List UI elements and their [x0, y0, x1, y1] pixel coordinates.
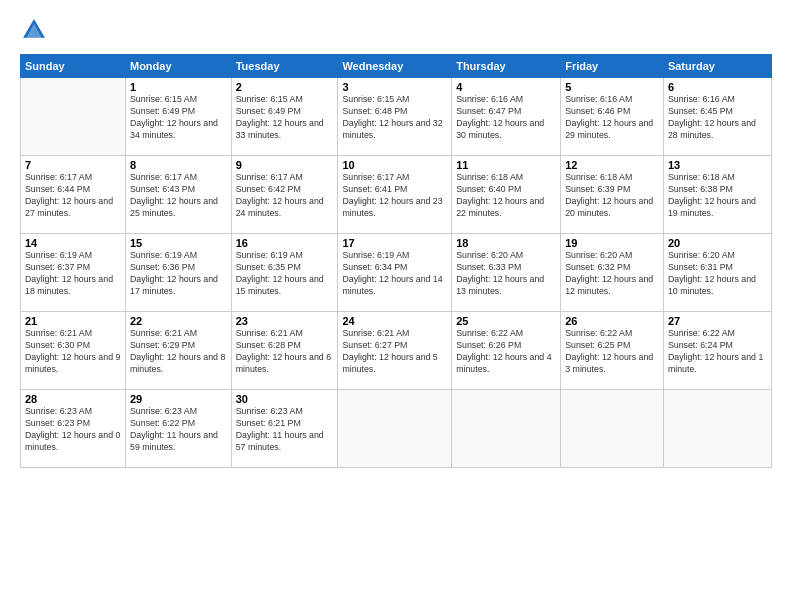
sunset-text: Sunset: 6:37 PM [25, 262, 121, 274]
day-info: Sunrise: 6:15 AMSunset: 6:48 PMDaylight:… [342, 94, 447, 142]
sunset-text: Sunset: 6:31 PM [668, 262, 767, 274]
day-number: 6 [668, 81, 767, 93]
calendar-cell: 19Sunrise: 6:20 AMSunset: 6:32 PMDayligh… [561, 234, 664, 312]
sunset-text: Sunset: 6:32 PM [565, 262, 659, 274]
daylight-text: Daylight: 12 hours and 9 minutes. [25, 352, 121, 376]
daylight-text: Daylight: 12 hours and 0 minutes. [25, 430, 121, 454]
day-number: 4 [456, 81, 556, 93]
daylight-text: Daylight: 11 hours and 57 minutes. [236, 430, 334, 454]
calendar-cell: 15Sunrise: 6:19 AMSunset: 6:36 PMDayligh… [125, 234, 231, 312]
day-number: 9 [236, 159, 334, 171]
sunset-text: Sunset: 6:45 PM [668, 106, 767, 118]
sunrise-text: Sunrise: 6:21 AM [25, 328, 121, 340]
day-number: 23 [236, 315, 334, 327]
calendar-week-row: 1Sunrise: 6:15 AMSunset: 6:49 PMDaylight… [21, 78, 772, 156]
day-info: Sunrise: 6:19 AMSunset: 6:34 PMDaylight:… [342, 250, 447, 298]
sunset-text: Sunset: 6:23 PM [25, 418, 121, 430]
sunset-text: Sunset: 6:26 PM [456, 340, 556, 352]
daylight-text: Daylight: 12 hours and 22 minutes. [456, 196, 556, 220]
day-number: 16 [236, 237, 334, 249]
sunset-text: Sunset: 6:24 PM [668, 340, 767, 352]
calendar-cell: 14Sunrise: 6:19 AMSunset: 6:37 PMDayligh… [21, 234, 126, 312]
day-info: Sunrise: 6:23 AMSunset: 6:23 PMDaylight:… [25, 406, 121, 454]
logo [20, 16, 52, 44]
calendar-cell: 28Sunrise: 6:23 AMSunset: 6:23 PMDayligh… [21, 390, 126, 468]
day-number: 22 [130, 315, 227, 327]
sunset-text: Sunset: 6:40 PM [456, 184, 556, 196]
day-number: 10 [342, 159, 447, 171]
sunset-text: Sunset: 6:25 PM [565, 340, 659, 352]
calendar-cell: 2Sunrise: 6:15 AMSunset: 6:49 PMDaylight… [231, 78, 338, 156]
calendar-table: SundayMondayTuesdayWednesdayThursdayFrid… [20, 54, 772, 468]
day-number: 7 [25, 159, 121, 171]
daylight-text: Daylight: 12 hours and 10 minutes. [668, 274, 767, 298]
daylight-text: Daylight: 12 hours and 6 minutes. [236, 352, 334, 376]
sunrise-text: Sunrise: 6:21 AM [342, 328, 447, 340]
calendar-cell: 12Sunrise: 6:18 AMSunset: 6:39 PMDayligh… [561, 156, 664, 234]
daylight-text: Daylight: 12 hours and 19 minutes. [668, 196, 767, 220]
calendar-cell: 27Sunrise: 6:22 AMSunset: 6:24 PMDayligh… [663, 312, 771, 390]
day-info: Sunrise: 6:18 AMSunset: 6:38 PMDaylight:… [668, 172, 767, 220]
sunset-text: Sunset: 6:42 PM [236, 184, 334, 196]
day-info: Sunrise: 6:20 AMSunset: 6:33 PMDaylight:… [456, 250, 556, 298]
calendar-cell: 3Sunrise: 6:15 AMSunset: 6:48 PMDaylight… [338, 78, 452, 156]
calendar-cell: 8Sunrise: 6:17 AMSunset: 6:43 PMDaylight… [125, 156, 231, 234]
calendar-cell: 7Sunrise: 6:17 AMSunset: 6:44 PMDaylight… [21, 156, 126, 234]
calendar-cell: 20Sunrise: 6:20 AMSunset: 6:31 PMDayligh… [663, 234, 771, 312]
sunset-text: Sunset: 6:49 PM [236, 106, 334, 118]
day-number: 18 [456, 237, 556, 249]
sunrise-text: Sunrise: 6:15 AM [236, 94, 334, 106]
day-number: 30 [236, 393, 334, 405]
daylight-text: Daylight: 12 hours and 28 minutes. [668, 118, 767, 142]
day-number: 26 [565, 315, 659, 327]
daylight-text: Daylight: 12 hours and 18 minutes. [25, 274, 121, 298]
calendar-cell [452, 390, 561, 468]
calendar-week-row: 14Sunrise: 6:19 AMSunset: 6:37 PMDayligh… [21, 234, 772, 312]
daylight-text: Daylight: 12 hours and 27 minutes. [25, 196, 121, 220]
sunset-text: Sunset: 6:49 PM [130, 106, 227, 118]
daylight-text: Daylight: 12 hours and 24 minutes. [236, 196, 334, 220]
sunset-text: Sunset: 6:47 PM [456, 106, 556, 118]
sunrise-text: Sunrise: 6:23 AM [25, 406, 121, 418]
day-info: Sunrise: 6:21 AMSunset: 6:27 PMDaylight:… [342, 328, 447, 376]
day-info: Sunrise: 6:21 AMSunset: 6:28 PMDaylight:… [236, 328, 334, 376]
day-header-monday: Monday [125, 55, 231, 78]
logo-icon [20, 16, 48, 44]
daylight-text: Daylight: 12 hours and 12 minutes. [565, 274, 659, 298]
day-info: Sunrise: 6:17 AMSunset: 6:41 PMDaylight:… [342, 172, 447, 220]
day-info: Sunrise: 6:20 AMSunset: 6:31 PMDaylight:… [668, 250, 767, 298]
sunset-text: Sunset: 6:39 PM [565, 184, 659, 196]
sunset-text: Sunset: 6:33 PM [456, 262, 556, 274]
day-header-saturday: Saturday [663, 55, 771, 78]
daylight-text: Daylight: 12 hours and 30 minutes. [456, 118, 556, 142]
daylight-text: Daylight: 12 hours and 8 minutes. [130, 352, 227, 376]
day-info: Sunrise: 6:22 AMSunset: 6:26 PMDaylight:… [456, 328, 556, 376]
calendar-cell: 11Sunrise: 6:18 AMSunset: 6:40 PMDayligh… [452, 156, 561, 234]
calendar-cell: 9Sunrise: 6:17 AMSunset: 6:42 PMDaylight… [231, 156, 338, 234]
calendar-cell: 25Sunrise: 6:22 AMSunset: 6:26 PMDayligh… [452, 312, 561, 390]
page: SundayMondayTuesdayWednesdayThursdayFrid… [0, 0, 792, 612]
sunset-text: Sunset: 6:46 PM [565, 106, 659, 118]
day-number: 15 [130, 237, 227, 249]
sunrise-text: Sunrise: 6:22 AM [668, 328, 767, 340]
day-info: Sunrise: 6:23 AMSunset: 6:22 PMDaylight:… [130, 406, 227, 454]
sunrise-text: Sunrise: 6:18 AM [668, 172, 767, 184]
sunrise-text: Sunrise: 6:17 AM [25, 172, 121, 184]
sunset-text: Sunset: 6:38 PM [668, 184, 767, 196]
day-info: Sunrise: 6:16 AMSunset: 6:47 PMDaylight:… [456, 94, 556, 142]
calendar-cell: 22Sunrise: 6:21 AMSunset: 6:29 PMDayligh… [125, 312, 231, 390]
sunrise-text: Sunrise: 6:20 AM [456, 250, 556, 262]
day-number: 1 [130, 81, 227, 93]
calendar-cell [663, 390, 771, 468]
day-info: Sunrise: 6:23 AMSunset: 6:21 PMDaylight:… [236, 406, 334, 454]
calendar-cell [21, 78, 126, 156]
calendar-cell: 13Sunrise: 6:18 AMSunset: 6:38 PMDayligh… [663, 156, 771, 234]
calendar-cell: 26Sunrise: 6:22 AMSunset: 6:25 PMDayligh… [561, 312, 664, 390]
day-info: Sunrise: 6:20 AMSunset: 6:32 PMDaylight:… [565, 250, 659, 298]
day-number: 3 [342, 81, 447, 93]
daylight-text: Daylight: 12 hours and 4 minutes. [456, 352, 556, 376]
calendar-cell: 16Sunrise: 6:19 AMSunset: 6:35 PMDayligh… [231, 234, 338, 312]
day-header-tuesday: Tuesday [231, 55, 338, 78]
daylight-text: Daylight: 12 hours and 29 minutes. [565, 118, 659, 142]
daylight-text: Daylight: 12 hours and 5 minutes. [342, 352, 447, 376]
